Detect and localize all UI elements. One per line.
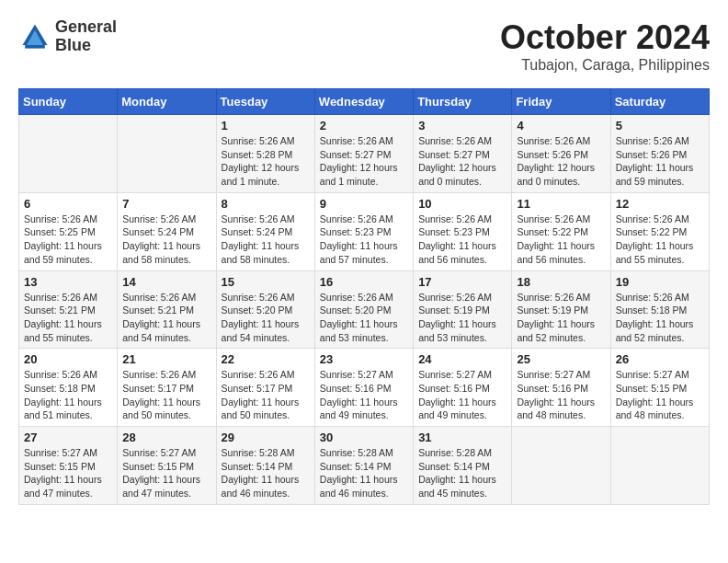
cell-content: Sunrise: 5:26 AMSunset: 5:19 PMDaylight:… (418, 291, 506, 345)
day-number: 17 (418, 275, 506, 289)
day-number: 11 (517, 197, 605, 211)
weekday-header: Tuesday (216, 89, 314, 115)
cell-content: Sunrise: 5:26 AMSunset: 5:25 PMDaylight:… (24, 213, 112, 267)
calendar-cell: 22Sunrise: 5:26 AMSunset: 5:17 PMDayligh… (216, 349, 314, 427)
day-number: 14 (122, 275, 210, 289)
calendar-cell: 28Sunrise: 5:27 AMSunset: 5:15 PMDayligh… (118, 427, 216, 505)
calendar-row: 27Sunrise: 5:27 AMSunset: 5:15 PMDayligh… (19, 427, 710, 505)
cell-content: Sunrise: 5:26 AMSunset: 5:26 PMDaylight:… (517, 134, 605, 189)
day-number: 26 (616, 352, 704, 366)
cell-content: Sunrise: 5:26 AMSunset: 5:22 PMDaylight:… (616, 213, 704, 267)
cell-content: Sunrise: 5:28 AMSunset: 5:14 PMDaylight:… (222, 446, 310, 500)
cell-content: Sunrise: 5:26 AMSunset: 5:24 PMDaylight:… (122, 213, 210, 267)
day-number: 31 (418, 431, 506, 444)
calendar-cell: 15Sunrise: 5:26 AMSunset: 5:20 PMDayligh… (216, 270, 314, 349)
calendar-cell: 17Sunrise: 5:26 AMSunset: 5:19 PMDayligh… (414, 270, 512, 349)
calendar-cell: 7Sunrise: 5:26 AMSunset: 5:24 PMDaylight… (118, 192, 216, 270)
svg-rect-2 (25, 45, 45, 49)
day-number: 1 (222, 119, 310, 132)
cell-content: Sunrise: 5:26 AMSunset: 5:22 PMDaylight:… (517, 213, 605, 267)
day-number: 25 (517, 352, 605, 366)
cell-content: Sunrise: 5:26 AMSunset: 5:18 PMDaylight:… (24, 368, 112, 422)
day-number: 6 (24, 197, 112, 211)
day-number: 18 (517, 275, 605, 289)
cell-content: Sunrise: 5:27 AMSunset: 5:15 PMDaylight:… (24, 446, 112, 500)
calendar-cell (19, 115, 118, 193)
day-number: 10 (418, 197, 506, 211)
cell-content: Sunrise: 5:26 AMSunset: 5:21 PMDaylight:… (24, 291, 112, 345)
day-number: 9 (320, 197, 408, 211)
calendar-cell: 10Sunrise: 5:26 AMSunset: 5:23 PMDayligh… (414, 192, 512, 270)
calendar-cell: 30Sunrise: 5:28 AMSunset: 5:14 PMDayligh… (314, 427, 413, 505)
day-number: 27 (24, 431, 112, 444)
cell-content: Sunrise: 5:27 AMSunset: 5:15 PMDaylight:… (616, 368, 704, 422)
calendar-cell: 19Sunrise: 5:26 AMSunset: 5:18 PMDayligh… (610, 270, 709, 349)
location: Tubajon, Caraga, Philippines (500, 57, 710, 74)
day-number: 24 (418, 352, 506, 366)
weekday-header: Wednesday (314, 89, 413, 115)
cell-content: Sunrise: 5:26 AMSunset: 5:23 PMDaylight:… (418, 213, 506, 267)
cell-content: Sunrise: 5:27 AMSunset: 5:16 PMDaylight:… (418, 368, 506, 422)
calendar-cell: 6Sunrise: 5:26 AMSunset: 5:25 PMDaylight… (19, 192, 118, 270)
page-header: General Blue October 2024 Tubajon, Carag… (18, 18, 710, 74)
day-number: 3 (418, 119, 506, 132)
calendar-cell (610, 427, 709, 505)
day-number: 28 (122, 431, 210, 444)
calendar-cell: 11Sunrise: 5:26 AMSunset: 5:22 PMDayligh… (512, 192, 610, 270)
calendar-cell: 8Sunrise: 5:26 AMSunset: 5:24 PMDaylight… (216, 192, 314, 270)
day-number: 7 (122, 197, 210, 211)
cell-content: Sunrise: 5:26 AMSunset: 5:20 PMDaylight:… (222, 291, 310, 345)
cell-content: Sunrise: 5:27 AMSunset: 5:15 PMDaylight:… (122, 446, 210, 500)
day-number: 19 (616, 275, 704, 289)
logo-icon (18, 20, 51, 53)
calendar-table: SundayMondayTuesdayWednesdayThursdayFrid… (18, 88, 710, 505)
logo-text: General Blue (55, 18, 117, 55)
calendar-cell: 12Sunrise: 5:26 AMSunset: 5:22 PMDayligh… (610, 192, 709, 270)
calendar-cell: 14Sunrise: 5:26 AMSunset: 5:21 PMDayligh… (118, 270, 216, 349)
day-number: 20 (24, 352, 112, 366)
weekday-header: Friday (512, 89, 610, 115)
calendar-cell: 24Sunrise: 5:27 AMSunset: 5:16 PMDayligh… (414, 349, 512, 427)
calendar-cell: 31Sunrise: 5:28 AMSunset: 5:14 PMDayligh… (414, 427, 512, 505)
calendar-cell: 2Sunrise: 5:26 AMSunset: 5:27 PMDaylight… (314, 115, 413, 193)
day-number: 2 (320, 119, 408, 132)
cell-content: Sunrise: 5:26 AMSunset: 5:19 PMDaylight:… (517, 291, 605, 345)
calendar-cell: 9Sunrise: 5:26 AMSunset: 5:23 PMDaylight… (314, 192, 413, 270)
cell-content: Sunrise: 5:26 AMSunset: 5:27 PMDaylight:… (418, 134, 506, 189)
calendar-cell: 27Sunrise: 5:27 AMSunset: 5:15 PMDayligh… (19, 427, 118, 505)
day-number: 13 (24, 275, 112, 289)
cell-content: Sunrise: 5:26 AMSunset: 5:23 PMDaylight:… (320, 213, 408, 267)
calendar-cell: 16Sunrise: 5:26 AMSunset: 5:20 PMDayligh… (314, 270, 413, 349)
calendar-cell: 25Sunrise: 5:27 AMSunset: 5:16 PMDayligh… (512, 349, 610, 427)
calendar-cell: 5Sunrise: 5:26 AMSunset: 5:26 PMDaylight… (610, 115, 709, 193)
cell-content: Sunrise: 5:26 AMSunset: 5:18 PMDaylight:… (616, 291, 704, 345)
cell-content: Sunrise: 5:26 AMSunset: 5:17 PMDaylight:… (122, 368, 210, 422)
calendar-cell: 26Sunrise: 5:27 AMSunset: 5:15 PMDayligh… (610, 349, 709, 427)
calendar-cell (512, 427, 610, 505)
day-number: 30 (320, 431, 408, 444)
cell-content: Sunrise: 5:26 AMSunset: 5:24 PMDaylight:… (222, 213, 310, 267)
day-number: 29 (222, 431, 310, 444)
calendar-cell: 20Sunrise: 5:26 AMSunset: 5:18 PMDayligh… (19, 349, 118, 427)
cell-content: Sunrise: 5:27 AMSunset: 5:16 PMDaylight:… (320, 368, 408, 422)
calendar-header-row: SundayMondayTuesdayWednesdayThursdayFrid… (19, 89, 710, 115)
weekday-header: Sunday (19, 89, 118, 115)
day-number: 5 (616, 119, 704, 132)
cell-content: Sunrise: 5:26 AMSunset: 5:20 PMDaylight:… (320, 291, 408, 345)
month-year: October 2024 (500, 18, 710, 57)
calendar-cell: 21Sunrise: 5:26 AMSunset: 5:17 PMDayligh… (118, 349, 216, 427)
calendar-cell: 3Sunrise: 5:26 AMSunset: 5:27 PMDaylight… (414, 115, 512, 193)
day-number: 4 (517, 119, 605, 132)
day-number: 8 (222, 197, 310, 211)
day-number: 22 (222, 352, 310, 366)
calendar-cell: 23Sunrise: 5:27 AMSunset: 5:16 PMDayligh… (314, 349, 413, 427)
weekday-header: Thursday (414, 89, 512, 115)
cell-content: Sunrise: 5:26 AMSunset: 5:17 PMDaylight:… (222, 368, 310, 422)
cell-content: Sunrise: 5:26 AMSunset: 5:26 PMDaylight:… (616, 134, 704, 189)
calendar-cell: 29Sunrise: 5:28 AMSunset: 5:14 PMDayligh… (216, 427, 314, 505)
calendar-cell: 18Sunrise: 5:26 AMSunset: 5:19 PMDayligh… (512, 270, 610, 349)
weekday-header: Monday (118, 89, 216, 115)
calendar-cell: 13Sunrise: 5:26 AMSunset: 5:21 PMDayligh… (19, 270, 118, 349)
calendar-row: 13Sunrise: 5:26 AMSunset: 5:21 PMDayligh… (19, 270, 710, 349)
logo: General Blue (18, 18, 117, 55)
